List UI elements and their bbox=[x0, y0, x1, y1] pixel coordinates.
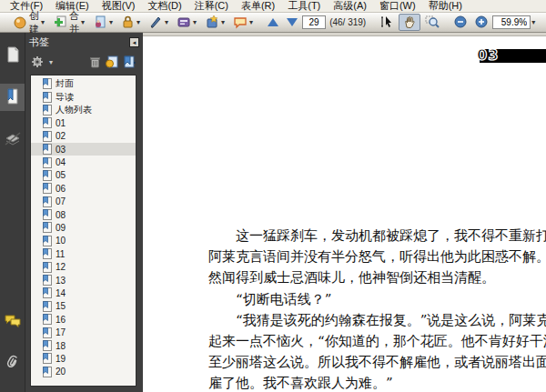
bookmark-page-icon bbox=[43, 117, 52, 128]
bookmark-item[interactable]: 04 bbox=[31, 156, 136, 168]
single-page-view-button[interactable] bbox=[542, 14, 546, 31]
delete-bookmark-button[interactable] bbox=[89, 55, 101, 70]
text-line: “我猜是该死的约翰森在报复。”说是这么说，阿莱克听 bbox=[208, 310, 532, 331]
chapter-header-bar: 03 bbox=[480, 49, 546, 63]
collaborate-icon bbox=[93, 15, 107, 31]
zoom-in-button[interactable] bbox=[471, 14, 491, 31]
layers-panel-button[interactable] bbox=[0, 126, 25, 153]
attachments-panel-button[interactable] bbox=[0, 350, 25, 377]
bookmarks-panel-button[interactable] bbox=[0, 84, 25, 111]
forms-icon bbox=[177, 15, 191, 31]
bookmark-item[interactable]: 02 bbox=[31, 130, 136, 143]
menu-item[interactable]: 工具(T) bbox=[281, 0, 327, 12]
select-tool-icon bbox=[379, 15, 394, 31]
comments-icon bbox=[4, 314, 22, 330]
menu-item[interactable]: 文件(F) bbox=[4, 0, 49, 12]
page-text: 这一猛踩刹车，发动机都被踩熄了，我不得不重新打火。阿莱克言语间并没有半分怒气，听… bbox=[208, 226, 532, 392]
comment-button[interactable]: ▾ bbox=[229, 14, 257, 31]
bookmark-label: 18 bbox=[56, 341, 66, 351]
hand-tool-icon bbox=[402, 15, 417, 31]
menu-item[interactable]: 帮助(H) bbox=[422, 0, 469, 12]
bookmark-label: 20 bbox=[56, 367, 66, 377]
marquee-zoom-button[interactable] bbox=[421, 14, 443, 31]
bookmark-item[interactable]: 13 bbox=[31, 274, 136, 286]
text-line: 起来一点不恼火，“你知道的，那个花匠。他不肯好好干活儿， bbox=[208, 331, 532, 352]
secure-button[interactable]: ▾ bbox=[117, 14, 144, 31]
menu-item[interactable]: 视图(V) bbox=[96, 0, 142, 12]
comments-panel-button[interactable] bbox=[0, 308, 25, 336]
multimedia-button[interactable]: ▾ bbox=[201, 14, 228, 31]
bookmark-item[interactable]: 15 bbox=[31, 300, 136, 313]
page-number-input[interactable] bbox=[302, 15, 326, 29]
chevron-down-icon[interactable]: ▾ bbox=[49, 59, 53, 66]
zoom-level-input[interactable] bbox=[492, 15, 531, 29]
highlight-current-bookmark-button[interactable] bbox=[105, 55, 119, 70]
previous-page-button[interactable] bbox=[264, 14, 282, 31]
text-line: 然闻得到威士忌酒味儿，他神智倒还相当清醒。 bbox=[208, 267, 532, 288]
bookmark-item[interactable]: 09 bbox=[31, 221, 136, 234]
hand-tool-button[interactable] bbox=[399, 14, 420, 31]
bookmark-item[interactable]: 16 bbox=[31, 313, 136, 326]
chevron-down-icon: ▾ bbox=[109, 19, 113, 26]
combine-button[interactable]: 合并 ▾ bbox=[49, 14, 88, 31]
bookmark-item[interactable]: 12 bbox=[31, 260, 136, 273]
down-arrow-icon bbox=[287, 18, 298, 26]
bookmark-label: 06 bbox=[56, 184, 66, 194]
menu-item[interactable]: 注释(C) bbox=[188, 0, 235, 12]
bookmark-label: 12 bbox=[56, 262, 66, 272]
bookmark-item[interactable]: 人物列表 bbox=[31, 104, 136, 116]
menu-bar: 文件(F)编辑(E)视图(V)文档(D)注释(C)表单(R)工具(T)高级(A)… bbox=[0, 0, 546, 13]
bookmark-item[interactable]: 07 bbox=[31, 196, 136, 208]
zoom-out-button[interactable] bbox=[450, 14, 470, 31]
bookmark-page-icon bbox=[43, 340, 52, 351]
chevron-down-icon[interactable]: ▾ bbox=[531, 19, 535, 26]
bookmark-item[interactable]: 03 bbox=[31, 143, 136, 156]
magnifier-icon bbox=[425, 15, 440, 31]
bookmark-item[interactable]: 17 bbox=[31, 326, 136, 338]
select-tool-button[interactable] bbox=[376, 14, 398, 31]
bookmark-label: 14 bbox=[56, 288, 66, 298]
bookmark-item[interactable]: 06 bbox=[31, 182, 136, 195]
collapse-panel-button[interactable]: ◂ bbox=[129, 37, 139, 47]
next-page-button[interactable] bbox=[283, 14, 301, 31]
bookmark-item[interactable]: 14 bbox=[31, 286, 136, 299]
options-button[interactable] bbox=[31, 55, 46, 70]
pages-panel-button[interactable] bbox=[0, 42, 25, 69]
bookmark-page-icon bbox=[43, 92, 52, 103]
menu-item[interactable]: 高级(A) bbox=[327, 0, 373, 12]
bookmark-item[interactable]: 导读 bbox=[31, 90, 136, 103]
forms-button[interactable]: ▾ bbox=[173, 14, 200, 31]
bookmark-item[interactable]: 10 bbox=[31, 235, 136, 247]
bookmark-item[interactable]: 05 bbox=[31, 169, 136, 182]
document-pane[interactable]: 03 这一猛踩刹车，发动机都被踩熄了，我不得不重新打火。阿莱克言语间并没有半分怒… bbox=[143, 33, 546, 392]
create-pdf-icon bbox=[13, 15, 27, 31]
bookmark-label: 11 bbox=[56, 249, 65, 259]
text-line: 这一猛踩刹车，发动机都被踩熄了，我不得不重新打火。 bbox=[208, 226, 532, 246]
menu-item[interactable]: 窗口(W) bbox=[373, 0, 422, 12]
text-line: “切断电话线？” bbox=[208, 289, 532, 310]
chapter-number: 03 bbox=[477, 46, 499, 64]
bookmark-label: 05 bbox=[56, 170, 66, 180]
bookmark-item[interactable]: 11 bbox=[31, 247, 136, 260]
bookmark-label: 15 bbox=[56, 301, 66, 311]
bookmark-label: 人物列表 bbox=[56, 104, 92, 116]
bookmark-item[interactable]: 19 bbox=[31, 352, 136, 365]
text-line: 雇了他。我不喜欢跟人为难。” bbox=[208, 373, 532, 392]
bookmarks-icon bbox=[5, 87, 21, 107]
page-thumbnails-icon bbox=[5, 45, 21, 65]
bookmark-item[interactable]: 08 bbox=[31, 208, 136, 221]
bookmark-item[interactable]: 封面 bbox=[31, 77, 136, 90]
bookmark-label: 10 bbox=[56, 236, 66, 246]
bookmark-item[interactable]: 20 bbox=[31, 366, 136, 378]
bookmark-item[interactable]: 18 bbox=[31, 339, 136, 352]
chevron-down-icon: ▾ bbox=[193, 19, 197, 26]
menu-item[interactable]: 文档(D) bbox=[141, 0, 187, 12]
bookmark-label: 07 bbox=[56, 196, 66, 206]
collaborate-button[interactable]: ▾ bbox=[89, 14, 116, 31]
sign-button[interactable]: ▾ bbox=[145, 14, 172, 31]
bookmark-page-icon bbox=[43, 78, 52, 89]
new-bookmark-button[interactable] bbox=[123, 55, 137, 70]
bookmark-item[interactable]: 01 bbox=[31, 116, 136, 129]
menu-item[interactable]: 表单(R) bbox=[235, 0, 281, 12]
create-pdf-button[interactable]: 创建 ▾ bbox=[9, 14, 48, 31]
